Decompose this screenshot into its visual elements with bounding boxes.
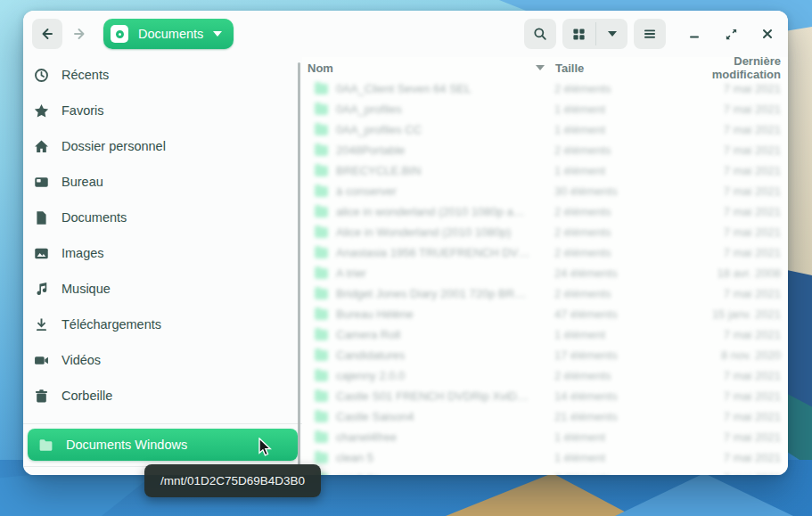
close-button[interactable]: [760, 27, 775, 41]
music-note-icon: [34, 282, 49, 297]
file-modified-date: 7 mai 2021: [688, 123, 784, 136]
file-name: Bridget Jones Diary 2001 720p BR…: [336, 287, 554, 300]
file-row[interactable]: 0AA_Client Seven 64 SEL 2 éléments 7 mai…: [302, 78, 788, 99]
file-row[interactable]: Castle Saison4 21 éléments 7 mai 2021: [302, 406, 788, 427]
headerbar-actions: [524, 19, 779, 49]
file-list-rows: 0AA_Client Seven 64 SEL 2 éléments 7 mai…: [302, 78, 788, 475]
file-modified-date: 7 mai 2021: [688, 246, 784, 259]
file-row[interactable]: 2048Portable 2 éléments 7 mai 2021: [302, 140, 788, 160]
file-modified-date: 7 mai 2021: [688, 451, 784, 464]
file-name: 0AA_Client Seven 64 SEL: [336, 82, 554, 95]
folder-icon: [315, 84, 328, 94]
file-size: 2 éléments: [554, 143, 688, 157]
file-row[interactable]: Anastasia 1956 TRUEFRENCH DV… 2 éléments…: [302, 242, 788, 263]
file-modified-date: 7 mai 2021: [688, 205, 784, 218]
sidebar-item-desktop[interactable]: Bureau: [23, 164, 302, 200]
file-row[interactable]: chanel4free 1 élément 7 mai 2021: [302, 427, 788, 447]
file-row[interactable]: Bridget Jones Diary 2001 720p BR… 2 élém…: [302, 283, 788, 304]
file-size: 1 élément: [554, 164, 688, 177]
folder-icon: [315, 453, 328, 463]
file-name: conduite: [336, 471, 554, 475]
sidebar-item-favorites[interactable]: Favoris: [23, 93, 302, 128]
folder-icon: [315, 350, 328, 361]
file-modified-date: 7 mai 2021: [688, 389, 784, 403]
sidebar: Récents Favoris Dossier personnel Bureau: [23, 57, 302, 475]
file-name: 0AA_profiles CC: [336, 123, 554, 136]
file-modified-date: 7 mai 2021: [688, 369, 784, 382]
path-tooltip: /mnt/01D2C75D69B4D3B0: [144, 464, 321, 497]
file-row[interactable]: clean 5 1 élément 7 mai 2021: [302, 447, 788, 468]
file-modified-date: 8 nov. 2020: [688, 348, 784, 362]
grid-view-button[interactable]: [562, 19, 595, 49]
maximize-button[interactable]: [724, 27, 738, 41]
star-icon: [34, 103, 49, 119]
menu-button[interactable]: [634, 19, 666, 49]
file-row[interactable]: A trier 24 éléments 18 avr. 2008: [302, 263, 788, 283]
chevron-down-icon: [608, 31, 617, 37]
minimize-button[interactable]: [687, 27, 701, 41]
file-size: 30 éléments: [554, 184, 688, 198]
sort-descending-icon: [536, 65, 545, 70]
sidebar-item-recents[interactable]: Récents: [23, 57, 302, 93]
sidebar-item-documents[interactable]: Documents: [23, 200, 302, 235]
window-controls: [687, 27, 775, 41]
file-size: 2 éléments: [554, 225, 688, 239]
folder-icon: [315, 289, 328, 299]
sidebar-item-videos[interactable]: Vidéos: [23, 342, 302, 378]
file-row[interactable]: Alice in Wonderland (2010 1080p) 2 éléme…: [302, 222, 788, 242]
sidebar-item-trash[interactable]: Corbeille: [23, 378, 302, 414]
folder-icon: [315, 166, 328, 176]
file-name: Bureau Hélène: [336, 307, 554, 321]
file-row[interactable]: BRECYCLE.BIN 1 élément 7 mai 2021: [302, 160, 788, 181]
back-button[interactable]: [32, 19, 62, 49]
file-row[interactable]: Candidatures 17 éléments 8 nov. 2020: [302, 345, 788, 365]
back-icon: [40, 27, 54, 41]
window-body: Récents Favoris Dossier personnel Bureau: [23, 57, 788, 475]
folder-icon: [315, 371, 328, 381]
file-row[interactable]: 0AA_profiles CC 1 élément 7 mai 2021: [302, 119, 788, 140]
file-name: Castle Saison4: [336, 410, 554, 423]
sidebar-scrollbar[interactable]: [298, 62, 300, 465]
file-row[interactable]: à conserver 30 éléments 7 mai 2021: [302, 181, 788, 201]
search-button[interactable]: [524, 19, 556, 49]
sidebar-divider: [23, 423, 302, 424]
file-name: 0AA_profiles: [336, 102, 554, 116]
sidebar-item-pictures[interactable]: Images: [23, 235, 302, 271]
file-row[interactable]: conduite 2 éléments 7 mai 2021: [302, 468, 788, 475]
column-header-size-label: Taille: [555, 61, 584, 75]
file-name: A trier: [336, 266, 554, 280]
sidebar-item-home[interactable]: Dossier personnel: [23, 128, 302, 164]
file-row[interactable]: alice in wonderland (2010 1080p a… 2 élé…: [302, 201, 788, 222]
sidebar-item-downloads[interactable]: Téléchargements: [23, 307, 302, 342]
view-toggle-split-button: [562, 19, 627, 49]
file-row[interactable]: Camera Roll 1 élément 7 mai 2021: [302, 324, 788, 345]
folder-icon: [315, 207, 328, 217]
file-modified-date: 15 janv. 2021: [688, 307, 784, 321]
file-size: 1 élément: [554, 102, 688, 116]
sidebar-item-music[interactable]: Musique: [23, 271, 302, 307]
file-row[interactable]: Bureau Hélène 47 éléments 15 janv. 2021: [302, 304, 788, 324]
file-size: 1 élément: [554, 328, 688, 341]
location-button[interactable]: Documents: [103, 19, 234, 49]
file-size: 17 éléments: [554, 348, 688, 362]
file-manager-window: Documents: [23, 11, 788, 475]
sidebar-item-label: Bureau: [62, 175, 103, 189]
column-header-size[interactable]: Taille: [555, 61, 689, 75]
sidebar-item-label: Documents: [62, 210, 127, 225]
column-header-name[interactable]: Nom: [308, 61, 555, 75]
column-header-modified[interactable]: Dernière modification: [689, 54, 784, 81]
file-row[interactable]: Castle S01 FRENCH DVDRip XviD… 14 élémen…: [302, 386, 788, 406]
file-modified-date: 7 mai 2021: [688, 287, 784, 300]
sidebar-item-label: Favoris: [62, 103, 104, 118]
location-caret-icon: [213, 31, 222, 37]
sidebar-item-label: Images: [62, 246, 104, 260]
view-options-button[interactable]: [596, 19, 627, 49]
file-row[interactable]: cajenny 2.0.0 2 éléments 7 mai 2021: [302, 365, 788, 386]
file-row[interactable]: 0AA_profiles 1 élément 7 mai 2021: [302, 99, 788, 119]
location-folder-icon: [111, 25, 128, 43]
forward-button[interactable]: [64, 19, 94, 49]
sidebar-item-label: Documents Windows: [66, 438, 187, 452]
folder-icon: [315, 309, 328, 320]
search-icon: [533, 27, 547, 41]
folder-icon: [315, 104, 328, 115]
